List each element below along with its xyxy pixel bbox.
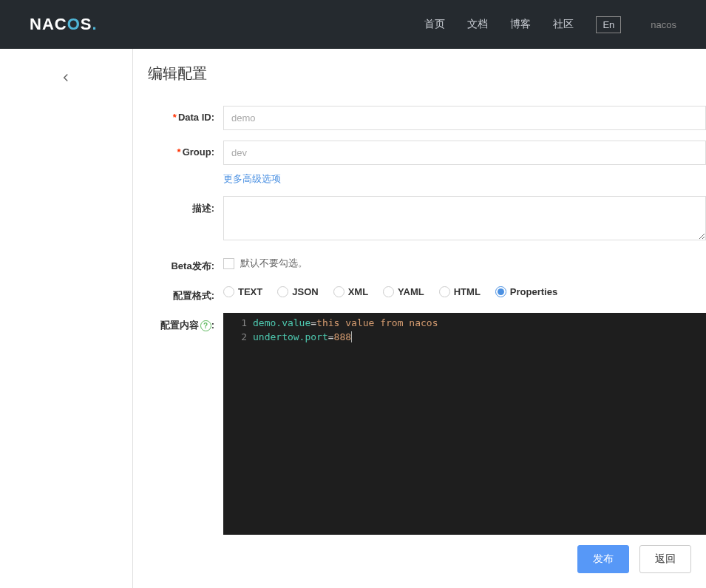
label-content: 配置内容?: [148, 313, 214, 332]
row-group: *Group: 更多高级选项 [148, 141, 706, 186]
radio-circle-icon [383, 286, 394, 297]
row-beta: Beta发布: 默认不要勾选。 [148, 254, 706, 273]
language-toggle[interactable]: En [596, 16, 621, 33]
radio-text[interactable]: TEXT [223, 286, 262, 297]
radio-circle-checked-icon [495, 286, 506, 297]
logo-text-1: NAC [30, 15, 67, 34]
logo[interactable]: NACOS. [30, 15, 98, 34]
logo-dot: . [92, 15, 97, 34]
radio-circle-icon [223, 286, 234, 297]
content: 编辑配置 *Data ID: *Group: 更多高级选项 描述: Beta发布… [133, 49, 706, 588]
back-arrow-icon[interactable] [59, 71, 132, 87]
input-group[interactable] [223, 141, 706, 165]
row-format: 配置格式: TEXT JSON XML [148, 283, 706, 303]
label-data-id: *Data ID: [148, 106, 214, 123]
nav-blog[interactable]: 博客 [510, 18, 531, 31]
row-data-id: *Data ID: [148, 106, 706, 130]
input-data-id[interactable] [223, 106, 706, 130]
radio-group-format: TEXT JSON XML YAML [223, 283, 706, 297]
help-icon[interactable]: ? [200, 320, 211, 331]
row-content: 配置内容?: 1 2 demo.value=this value from na… [148, 313, 706, 535]
nav-community[interactable]: 社区 [553, 18, 574, 31]
code-editor[interactable]: 1 2 demo.value=this value from nacos und… [223, 313, 706, 535]
nav: 首页 文档 博客 社区 En nacos [424, 16, 676, 33]
logo-text-2: O [67, 15, 81, 34]
label-beta: Beta发布: [148, 254, 214, 273]
radio-xml[interactable]: XML [333, 286, 368, 297]
radio-properties[interactable]: Properties [495, 286, 557, 297]
line-number: 1 [223, 316, 247, 330]
label-description: 描述: [148, 196, 214, 215]
back-button[interactable]: 返回 [639, 545, 691, 573]
main-layout: 编辑配置 *Data ID: *Group: 更多高级选项 描述: Beta发布… [0, 49, 706, 588]
header: NACOS. 首页 文档 博客 社区 En nacos [0, 0, 706, 49]
label-format: 配置格式: [148, 283, 214, 303]
input-description[interactable] [223, 196, 706, 240]
nav-docs[interactable]: 文档 [467, 18, 488, 31]
editor-gutter: 1 2 [223, 313, 253, 535]
user-name[interactable]: nacos [651, 19, 676, 30]
line-number: 2 [223, 330, 247, 344]
checkbox-beta[interactable] [223, 258, 234, 269]
code-line: demo.value=this value from nacos [253, 316, 706, 330]
more-options-link[interactable]: 更多高级选项 [223, 172, 706, 186]
radio-circle-icon [277, 286, 288, 297]
logo-text-3: S [81, 15, 92, 34]
radio-circle-icon [439, 286, 450, 297]
radio-json[interactable]: JSON [277, 286, 318, 297]
label-group: *Group: [148, 141, 214, 158]
editor-content[interactable]: demo.value=this value from nacos underto… [253, 313, 706, 535]
publish-button[interactable]: 发布 [577, 545, 629, 573]
page-title: 编辑配置 [148, 64, 706, 84]
code-line: undertow.port=888 [253, 330, 706, 344]
footer-buttons: 发布 返回 [148, 545, 706, 573]
beta-hint: 默认不要勾选。 [240, 257, 308, 270]
nav-home[interactable]: 首页 [424, 18, 445, 31]
row-description: 描述: [148, 196, 706, 243]
radio-html[interactable]: HTML [439, 286, 481, 297]
radio-yaml[interactable]: YAML [383, 286, 424, 297]
sidebar [0, 49, 133, 588]
radio-circle-icon [333, 286, 344, 297]
